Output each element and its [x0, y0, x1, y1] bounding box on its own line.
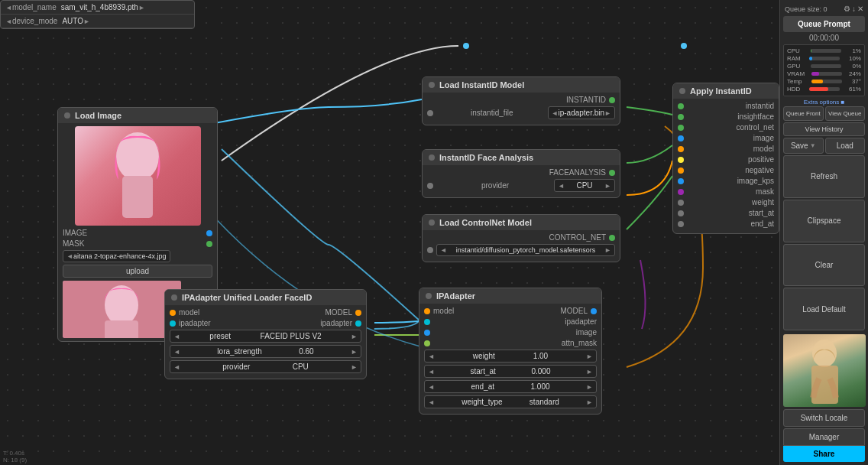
instantid-file-label: instantid_file — [471, 109, 513, 117]
controlnet-output-connector[interactable] — [609, 235, 615, 241]
ipa-weighttype-right-arrow[interactable]: ► — [586, 398, 593, 406]
preset-right-arrow[interactable]: ► — [351, 333, 358, 340]
loader-provider-row: ◄ provider CPU ► — [170, 360, 361, 373]
ipa-weighttype-input[interactable]: ◄ weight_type standard ► — [424, 395, 597, 408]
ai-instantid-connector[interactable] — [678, 103, 684, 109]
load-default-button[interactable]: Load Default — [783, 288, 865, 330]
ipa-weight-left-arrow[interactable]: ◄ — [428, 353, 435, 360]
controlnet-file-connector[interactable] — [427, 247, 433, 253]
ipa-model-in-connector[interactable] — [424, 308, 430, 314]
ipa-image-in-connector[interactable] — [424, 330, 430, 336]
model-name-left-arrow[interactable]: ◄ — [5, 4, 12, 11]
refresh-button[interactable]: Refresh — [783, 155, 865, 198]
device-mode-left-arrow[interactable]: ◄ — [5, 18, 12, 25]
device-mode-right-arrow[interactable]: ► — [83, 18, 90, 25]
ipa-ipadapter-in-connector[interactable] — [424, 319, 430, 325]
queue-front-button[interactable]: Queue Front — [783, 106, 824, 121]
clipspace-button[interactable]: Clipspace — [783, 200, 865, 242]
loader-model-in-connector[interactable] — [170, 310, 176, 316]
upload-button[interactable]: upload — [63, 265, 212, 278]
provider-right-arrow[interactable]: ► — [604, 182, 611, 190]
close-icon[interactable]: ✕ — [857, 5, 863, 13]
ipa-weight-right-arrow[interactable]: ► — [586, 353, 593, 360]
loader-preset-input[interactable]: ◄ preset FACEID PLUS V2 ► — [170, 330, 361, 343]
controlnet-right-arrow[interactable]: ► — [604, 246, 611, 254]
ipa-startat-left-arrow[interactable]: ◄ — [428, 368, 435, 376]
loader-model-out-connector[interactable] — [355, 310, 361, 316]
loader-provider-left-arrow[interactable]: ◄ — [173, 363, 180, 371]
provider-connector[interactable] — [427, 183, 433, 189]
file-left-arrow[interactable]: ◄ — [66, 252, 73, 260]
ipa-weight-input[interactable]: ◄ weight 1.00 ► — [424, 350, 597, 363]
ai-image-connector[interactable] — [678, 135, 684, 141]
load-instantid-title: Load InstantID Model — [439, 80, 524, 89]
image-output-connector[interactable] — [206, 230, 212, 236]
ai-positive-connector[interactable] — [678, 157, 684, 163]
loader-preset-row: ◄ preset FACEID PLUS V2 ► — [170, 330, 361, 343]
ai-insightface-connector[interactable] — [678, 114, 684, 120]
instantid-file-connector[interactable] — [427, 110, 433, 116]
mask-output-connector[interactable] — [206, 241, 212, 247]
ai-instantid-label: instantid — [746, 102, 774, 110]
ipa-startat-right-arrow[interactable]: ► — [586, 368, 593, 376]
controlnet-file-input[interactable]: ◄ instantid/diffusion_pytorch_model.safe… — [436, 244, 615, 256]
vram-stat-row: VRAM 24% — [787, 70, 861, 77]
apply-instantid-node: Apply InstantID instantid insightface co… — [672, 83, 779, 234]
preset-left-arrow[interactable]: ◄ — [173, 333, 180, 340]
manager-button[interactable]: Manager — [783, 428, 865, 446]
provider-input[interactable]: ◄ CPU ► — [554, 179, 615, 192]
ipa-model-out-connector[interactable] — [591, 308, 597, 314]
queue-prompt-button[interactable]: Queue Prompt — [783, 16, 865, 32]
file-input[interactable]: ◄ aitana 2-topaz-enhance-4x.jpg — [63, 250, 170, 262]
temp-stat-row: Temp 37° — [787, 78, 861, 85]
instantid-file-row: instantid_file ◄ ip-adapter.bin ► — [427, 106, 615, 119]
queue-actions-row: Queue Front View Queue — [783, 106, 865, 121]
ipa-endat-right-arrow[interactable]: ► — [586, 383, 593, 391]
controlnet-left-arrow[interactable]: ◄ — [440, 246, 447, 254]
ram-stat-row: RAM 10% — [787, 55, 861, 62]
faceanalysis-output-connector[interactable] — [609, 170, 615, 176]
settings-icon[interactable]: ⚙ — [844, 5, 850, 13]
ipa-startat-input[interactable]: ◄ start_at 0.000 ► — [424, 365, 597, 378]
loader-ipadapter-out-connector[interactable] — [355, 320, 361, 327]
ai-startat-connector[interactable] — [678, 210, 684, 216]
save-button[interactable]: Save ▼ — [783, 138, 824, 154]
ai-mask-connector[interactable] — [678, 189, 684, 195]
instantid-file-input[interactable]: ◄ ip-adapter.bin ► — [548, 106, 615, 119]
share-button[interactable]: Share — [783, 446, 865, 462]
instantid-left-arrow[interactable]: ◄ — [552, 109, 559, 117]
loader-provider-right-arrow[interactable]: ► — [351, 363, 358, 371]
ipa-weighttype-left-arrow[interactable]: ◄ — [428, 398, 435, 406]
instantid-right-arrow[interactable]: ► — [604, 109, 611, 117]
switch-locale-button[interactable]: Switch Locale — [783, 409, 865, 427]
model-name-right-arrow[interactable]: ► — [138, 4, 145, 11]
view-queue-button[interactable]: View Queue — [825, 106, 866, 121]
loader-lora-input[interactable]: ◄ lora_strength 0.60 ► — [170, 345, 361, 358]
download-icon[interactable]: ↓ — [852, 5, 856, 13]
instantid-output-connector[interactable] — [609, 97, 615, 103]
provider-left-arrow[interactable]: ◄ — [558, 182, 565, 190]
lora-left-arrow[interactable]: ◄ — [173, 348, 180, 356]
loader-provider-input[interactable]: ◄ provider CPU ► — [170, 360, 361, 373]
load-button[interactable]: Load — [825, 138, 866, 154]
ai-weight-connector[interactable] — [678, 200, 684, 206]
ipa-endat-left-arrow[interactable]: ◄ — [428, 383, 435, 391]
ipa-image-row: image — [424, 328, 597, 337]
clear-button[interactable]: Clear — [783, 244, 865, 287]
ipadapter-loader-node: IPAdapter Unified Loader FaceID model MO… — [164, 289, 367, 379]
load-instantid-header: Load InstantID Model — [423, 77, 620, 93]
ai-endat-connector[interactable] — [678, 221, 684, 227]
ai-negative-connector[interactable] — [678, 167, 684, 174]
ipa-endat-input[interactable]: ◄ end_at 1.000 ► — [424, 380, 597, 393]
loader-ipadapter-in-connector[interactable] — [170, 320, 176, 327]
view-history-button[interactable]: View History — [783, 122, 865, 136]
ipa-attnmask-in-connector[interactable] — [424, 340, 430, 346]
extra-options-link[interactable]: Extra options ■ — [783, 99, 865, 106]
canvas-area[interactable]: ◄ model_name sam_vit_h_4b8939.pth ► ◄ de… — [0, 0, 779, 465]
queue-size-label: Queue size: 0 — [785, 5, 828, 13]
ai-controlnet-connector[interactable] — [678, 125, 684, 131]
ai-imagekps-connector[interactable] — [678, 178, 684, 184]
ai-model-connector[interactable] — [678, 146, 684, 152]
lora-right-arrow[interactable]: ► — [351, 348, 358, 356]
cpu-value: 1% — [852, 47, 861, 54]
